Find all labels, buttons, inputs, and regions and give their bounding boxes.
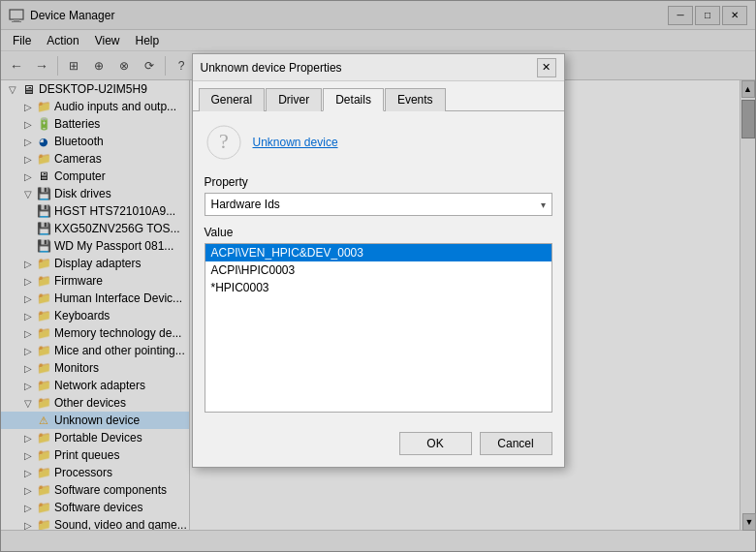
dialog-footer: OK Cancel xyxy=(193,424,564,467)
tab-driver[interactable]: Driver xyxy=(266,88,322,111)
ok-button[interactable]: OK xyxy=(399,432,472,455)
value-item-1[interactable]: ACPI\HPIC0003 xyxy=(205,261,551,279)
tab-general[interactable]: General xyxy=(199,88,266,111)
dialog-close-button[interactable]: ✕ xyxy=(537,58,556,77)
device-svg-icon: ? xyxy=(206,125,241,160)
svg-text:?: ? xyxy=(219,129,229,153)
dialog-tabs: General Driver Details Events xyxy=(193,81,564,110)
value-item-0[interactable]: ACPI\VEN_HPIC&DEV_0003 xyxy=(205,244,551,261)
dialog-title: Unknown device Properties xyxy=(201,61,537,75)
tab-details[interactable]: Details xyxy=(323,88,384,111)
device-icon-box: ? xyxy=(205,123,243,162)
cancel-button[interactable]: Cancel xyxy=(480,432,552,455)
dialog-body: ? Unknown device Property Hardware Ids ▾… xyxy=(193,110,564,424)
property-dropdown[interactable]: Hardware Ids ▾ xyxy=(205,193,552,216)
property-value: Hardware Ids xyxy=(211,198,280,211)
dropdown-arrow-icon: ▾ xyxy=(541,199,546,210)
tab-events[interactable]: Events xyxy=(385,88,446,111)
dialog-title-bar: Unknown device Properties ✕ xyxy=(193,54,564,81)
value-label: Value xyxy=(205,226,552,239)
dialog-overlay: Unknown device Properties ✕ General Driv… xyxy=(0,0,756,552)
device-header: ? Unknown device xyxy=(205,123,552,162)
properties-dialog: Unknown device Properties ✕ General Driv… xyxy=(192,53,565,468)
value-item-2[interactable]: *HPIC0003 xyxy=(205,279,551,296)
device-name[interactable]: Unknown device xyxy=(253,136,338,149)
value-list[interactable]: ACPI\VEN_HPIC&DEV_0003 ACPI\HPIC0003 *HP… xyxy=(205,243,552,413)
property-label: Property xyxy=(205,175,552,189)
